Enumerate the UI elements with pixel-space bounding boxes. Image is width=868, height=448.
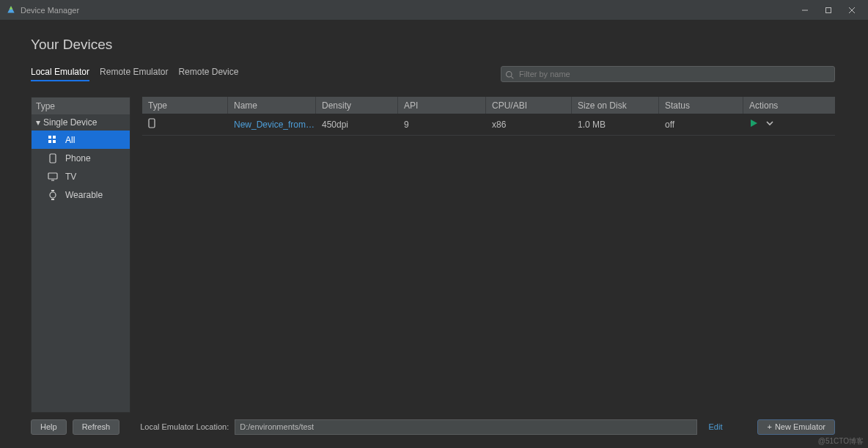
page-title: Your Devices — [0, 21, 868, 65]
tabs-row: Local Emulator Remote Emulator Remote De… — [0, 65, 868, 84]
tabs: Local Emulator Remote Emulator Remote De… — [31, 67, 238, 81]
cell-status: off — [659, 114, 743, 135]
phone-icon — [148, 118, 155, 131]
footer: Help Refresh Local Emulator Location: Ed… — [31, 419, 835, 435]
col-cpu[interactable]: CPU/ABI — [486, 97, 572, 114]
sidebar-group-label: Single Device — [43, 117, 97, 128]
edit-link[interactable]: Edit — [709, 422, 723, 431]
window-controls — [793, 3, 864, 18]
svg-rect-7 — [53, 136, 56, 139]
new-emulator-button[interactable]: + New Emulator — [757, 419, 835, 435]
sidebar-item-tv[interactable]: TV — [32, 167, 130, 186]
watermark: @51CTO博客 — [818, 436, 864, 447]
col-size[interactable]: Size on Disk — [572, 97, 659, 114]
help-button[interactable]: Help — [31, 419, 67, 435]
maximize-button[interactable] — [817, 3, 840, 18]
table-header: Type Name Density API CPU/ABI Size on Di… — [142, 97, 835, 114]
sidebar-header: Type — [32, 98, 130, 114]
col-name[interactable]: Name — [228, 97, 316, 114]
svg-line-5 — [511, 76, 513, 78]
col-actions[interactable]: Actions — [743, 97, 835, 114]
sidebar-item-label: All — [65, 135, 75, 145]
sidebar-item-label: Wearable — [65, 190, 103, 200]
sidebar-item-label: Phone — [65, 153, 91, 164]
grid-icon — [48, 136, 58, 144]
chevron-down-icon[interactable] — [765, 119, 774, 130]
cell-size: 1.0 MB — [572, 114, 659, 135]
svg-rect-8 — [48, 140, 51, 143]
table-row[interactable]: New_Device_from_... 450dpi 9 x86 1.0 MB … — [142, 114, 835, 136]
col-density[interactable]: Density — [316, 97, 398, 114]
col-type[interactable]: Type — [142, 97, 228, 114]
tab-remote-device[interactable]: Remote Device — [178, 67, 238, 81]
app-logo-icon — [6, 5, 16, 15]
cell-type — [142, 114, 228, 135]
svg-point-4 — [507, 72, 512, 78]
svg-rect-10 — [50, 154, 56, 163]
titlebar-left: Device Manager — [6, 5, 79, 15]
main-area: Type ▾ Single Device All Phone — [31, 97, 835, 413]
phone-icon — [48, 153, 58, 164]
cell-density: 450dpi — [316, 114, 398, 135]
play-icon[interactable] — [749, 119, 758, 130]
devices-table: Type Name Density API CPU/ABI Size on Di… — [142, 97, 835, 413]
minimize-button[interactable] — [793, 3, 817, 18]
svg-rect-1 — [826, 7, 831, 12]
watch-icon — [48, 190, 58, 200]
svg-rect-9 — [53, 140, 56, 143]
location-input[interactable] — [235, 419, 696, 435]
window-title: Device Manager — [21, 6, 79, 15]
search-input[interactable] — [501, 66, 835, 82]
sidebar-item-wearable[interactable]: Wearable — [32, 186, 130, 204]
plus-icon: + — [767, 422, 771, 431]
search-icon — [505, 69, 514, 82]
content: Your Devices Local Emulator Remote Emula… — [0, 21, 868, 448]
col-api[interactable]: API — [398, 97, 486, 114]
location-label: Local Emulator Location: — [140, 422, 229, 431]
tv-icon — [48, 172, 58, 181]
svg-rect-6 — [48, 136, 51, 139]
sidebar-group-single-device[interactable]: ▾ Single Device — [32, 114, 130, 131]
cell-actions — [743, 114, 835, 135]
device-name-link[interactable]: New_Device_from_... — [234, 120, 316, 130]
refresh-button[interactable]: Refresh — [73, 419, 120, 435]
cell-api: 9 — [398, 114, 486, 135]
close-button[interactable] — [840, 3, 864, 18]
col-status[interactable]: Status — [659, 97, 743, 114]
sidebar-item-label: TV — [65, 172, 76, 182]
cell-name[interactable]: New_Device_from_... — [228, 114, 316, 135]
svg-rect-15 — [51, 199, 54, 200]
new-emulator-label: New Emulator — [775, 422, 825, 431]
sidebar-item-all[interactable]: All — [32, 131, 130, 149]
tab-local-emulator[interactable]: Local Emulator — [31, 67, 89, 81]
chevron-down-icon: ▾ — [36, 117, 40, 128]
svg-rect-11 — [48, 173, 57, 179]
cell-cpu: x86 — [486, 114, 572, 135]
titlebar: Device Manager — [0, 0, 868, 21]
sidebar-item-phone[interactable]: Phone — [32, 149, 130, 167]
svg-point-13 — [50, 192, 56, 198]
search-box — [501, 66, 835, 82]
sidebar: Type ▾ Single Device All Phone — [31, 97, 130, 413]
svg-rect-14 — [51, 190, 54, 191]
svg-rect-16 — [149, 119, 155, 128]
tab-remote-emulator[interactable]: Remote Emulator — [100, 67, 168, 81]
